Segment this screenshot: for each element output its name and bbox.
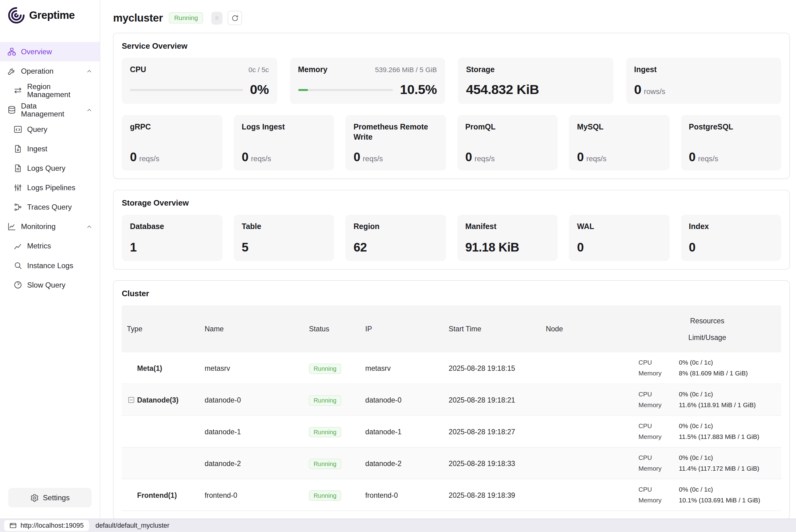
swap-arrows-icon	[13, 86, 22, 95]
page-header: mycluster Running	[113, 9, 790, 26]
collapse-minus-icon[interactable]	[127, 396, 135, 403]
sidebar-item-label: Slow Query	[27, 281, 65, 289]
status-badge: Running	[309, 395, 341, 405]
refresh-button[interactable]	[228, 11, 242, 25]
memory-usage: 8% (81.609 MiB / 1 GiB)	[679, 368, 776, 379]
chevron-up-icon	[86, 68, 93, 75]
stat-label: Prometheus Remote Write	[354, 122, 438, 142]
cpu-label: CPU	[639, 358, 679, 368]
storage-stat-manifest: Manifest 91.18 KiB	[457, 215, 558, 261]
cpu-stat-card: CPU 0c / 5c 0%	[122, 58, 277, 104]
server-window-icon	[9, 522, 17, 530]
brand: Greptime	[0, 0, 100, 30]
sidebar-item-instance-logs[interactable]: Instance Logs	[0, 256, 100, 275]
limit-usage-header-label: Limit/Usage	[688, 333, 726, 342]
memory-progress-bar	[298, 89, 393, 91]
node-name: frontend-0	[200, 491, 304, 499]
cluster-name-title: mycluster	[113, 12, 163, 24]
sidebar-item-logs-pipelines[interactable]: Logs Pipelines	[0, 178, 100, 197]
protocol-stats-row: gRPC 0reqs/s Logs Ingest 0reqs/s Prometh…	[122, 115, 781, 170]
sidebar-item-traces-query[interactable]: Traces Query	[0, 197, 100, 217]
cpu-percent: 0%	[250, 82, 269, 98]
storage-stats-row: Database 1 Table 5 Region 62 Manifest 91…	[122, 215, 781, 261]
protocol-stat-card-mysql: MySQL 0reqs/s	[569, 115, 669, 170]
sidebar-item-data-management[interactable]: Data Management	[0, 100, 100, 119]
stat-label: MySQL	[577, 122, 661, 132]
chart-axes-icon	[7, 222, 16, 231]
node-resources: CPU0% (0c / 1c) Memory8% (81.609 MiB / 1…	[633, 358, 781, 379]
sidebar-item-slow-query[interactable]: Slow Query	[0, 275, 100, 294]
memory-limit: 539.266 MiB / 5 GiB	[375, 66, 437, 74]
sidebar-item-label: Traces Query	[27, 203, 72, 211]
line-chart-icon	[13, 241, 22, 251]
node-start-time: 2025-08-28 19:18:27	[443, 427, 541, 436]
node-name: datanode-1	[200, 427, 304, 436]
status-badge: Running	[309, 459, 341, 469]
memory-label: Memory	[639, 463, 679, 473]
code-window-icon	[13, 125, 22, 134]
pause-button[interactable]	[211, 12, 223, 24]
sidebar-item-ingest[interactable]: Ingest	[0, 139, 100, 158]
status-badge: Running	[309, 363, 341, 374]
storage-stat-index: Index 0	[681, 215, 781, 261]
cpu-usage: 0% (0c / 1c)	[679, 484, 776, 494]
protocol-stat-card-prometheus: Prometheus Remote Write 0reqs/s	[345, 115, 446, 170]
memory-usage: 11.4% (117.172 MiB / 1 GiB)	[679, 463, 776, 473]
stat-unit: reqs/s	[698, 154, 718, 163]
sidebar-item-region-management[interactable]: Region Management	[0, 81, 100, 100]
sidebar-item-operation[interactable]: Operation	[0, 61, 100, 81]
main-content: mycluster Running Service Overview CPU 0…	[101, 0, 796, 519]
stat-value: 91.18 KiB	[465, 241, 549, 254]
memory-label: Memory	[639, 368, 679, 379]
cpu-usage: 0% (0c / 1c)	[679, 453, 776, 463]
node-ip: datanode-2	[360, 459, 443, 467]
stat-label: Index	[689, 222, 773, 232]
node-type: Frontend(1)	[137, 491, 177, 499]
service-overview-title: Service Overview	[122, 41, 781, 51]
node-ip: datanode-0	[360, 396, 443, 404]
storage-stat-region: Region 62	[345, 215, 446, 261]
stat-value: 0	[577, 241, 661, 254]
stat-value: 5	[242, 241, 326, 254]
document-lines-icon	[13, 164, 22, 173]
stat-value: 0	[689, 150, 696, 164]
node-resources: CPU0% (0c / 1c) Memory11.5% (117.883 MiB…	[633, 421, 781, 442]
service-stats-row: CPU 0c / 5c 0% Memory 539.266 MiB / 5 Gi…	[122, 58, 781, 104]
sidebar-item-query[interactable]: Query	[0, 119, 100, 139]
sidebar-item-label: Instance Logs	[27, 261, 73, 270]
protocol-stat-card-promql: PromQL 0reqs/s	[457, 115, 558, 170]
stat-value: 0	[354, 150, 360, 164]
cpu-label: CPU	[639, 389, 679, 399]
cluster-title: Cluster	[122, 289, 781, 298]
sidebar-item-metrics[interactable]: Metrics	[0, 236, 100, 256]
stat-label: PostgreSQL	[689, 122, 773, 132]
storage-stat-database: Database 1	[122, 215, 222, 261]
sliders-icon	[13, 183, 22, 192]
stat-value: 0	[465, 150, 472, 164]
service-overview-card: Service Overview CPU 0c / 5c 0% Memory	[113, 33, 790, 179]
storage-stat-wal: WAL 0	[569, 215, 669, 261]
pause-icon	[214, 15, 220, 21]
cpu-limit: 0c / 5c	[248, 66, 269, 74]
app: Greptime Overview Operation Region Manag…	[0, 0, 796, 532]
column-header-type: Type	[122, 305, 200, 353]
sidebar-item-overview[interactable]: Overview	[0, 42, 100, 61]
sidebar-item-logs-query[interactable]: Logs Query	[0, 158, 100, 178]
settings-button[interactable]: Settings	[8, 488, 92, 507]
table-row: datanode-1 Running datanode-1 2025-08-28…	[122, 416, 781, 448]
wrench-icon	[7, 66, 16, 76]
ingest-stat-card: Ingest 0rows/s	[626, 58, 781, 104]
sidebar-item-monitoring[interactable]: Monitoring	[0, 217, 100, 236]
storage-value: 454.832 KiB	[466, 82, 539, 97]
stat-label: CPU	[130, 64, 146, 75]
gear-icon	[30, 493, 39, 502]
node-type: Datanode(3)	[137, 396, 178, 404]
stat-value: 1	[130, 241, 214, 254]
column-header-status: Status	[304, 305, 360, 353]
stat-label: Manifest	[465, 222, 549, 232]
gauge-icon	[13, 280, 22, 289]
node-start-time: 2025-08-28 19:18:21	[443, 396, 541, 404]
storage-overview-title: Storage Overview	[122, 198, 781, 208]
sidebar-item-label: Data Management	[21, 102, 81, 118]
connection-url[interactable]: http://localhost:19095	[4, 520, 89, 531]
